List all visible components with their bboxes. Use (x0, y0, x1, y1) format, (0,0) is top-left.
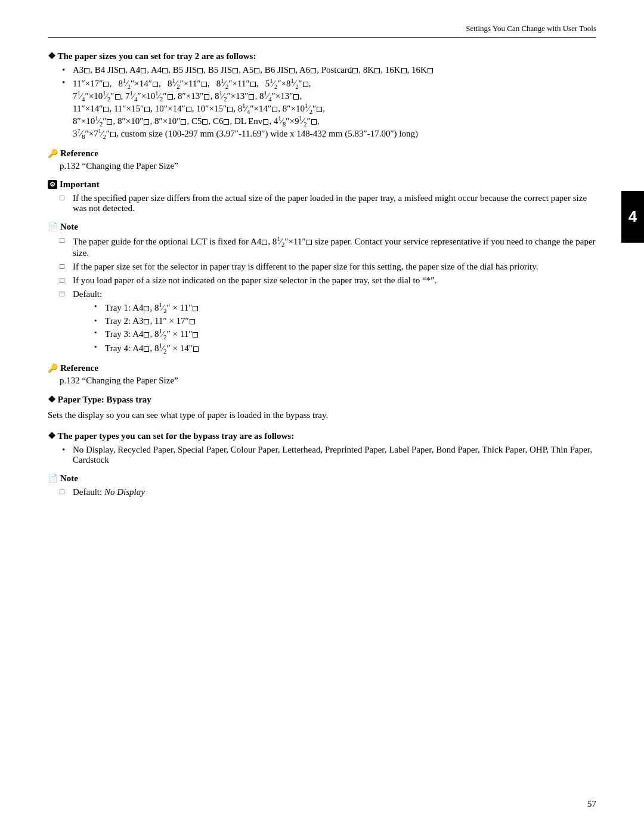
tray-symbol (144, 332, 149, 337)
tray-symbol (144, 119, 149, 125)
important-icon: ⚙ (48, 180, 57, 189)
bypass-types-title: The paper types you can set for the bypa… (48, 431, 596, 441)
tray-symbol (262, 240, 267, 245)
important-list: If the specified paper size differs from… (48, 193, 596, 213)
note2-item: Default: No Display (60, 487, 596, 497)
page-container: Settings You Can Change with User Tools … (0, 0, 644, 833)
note2-label: Note (60, 473, 78, 484)
tray-symbol (144, 107, 150, 112)
note-item-4: Default: Tray 1: A4, 81⁄2″ × 11″ Tray 2:… (60, 289, 596, 355)
tray4-default: Tray 4: A4, 81⁄2″ × 14″ (94, 342, 596, 355)
bypass-body: Sets the display so you can see what typ… (48, 408, 596, 422)
tray2-size-item-2: 11″×17″, 81⁄2″×14″, 81⁄2″×11″, 81⁄2″×11″… (62, 78, 596, 140)
tray-symbol (162, 68, 168, 73)
note2-section: 📄 Note Default: No Display (48, 473, 596, 497)
tray-symbol (141, 68, 146, 73)
tray-symbol (202, 119, 208, 125)
tray-symbol (249, 94, 254, 100)
tray-symbol (197, 68, 203, 73)
tray-symbol (224, 119, 229, 125)
tray-symbol (103, 107, 109, 112)
reference2-heading: 🔑 Reference (48, 363, 596, 373)
tray-symbol (428, 68, 433, 73)
page-number: 57 (587, 799, 596, 809)
reference2-label: Reference (60, 363, 98, 373)
important-label: Important (60, 179, 100, 190)
important-text: If the specified paper size differs from… (73, 193, 587, 213)
note-item-3: If you load paper of a size not indicate… (60, 275, 596, 286)
note2-heading: 📄 Note (48, 473, 596, 484)
tray-symbol (193, 346, 199, 352)
note-item-1: The paper guide for the optional LCT is … (60, 236, 596, 258)
tray-symbol (103, 82, 109, 87)
tray-symbol (303, 82, 308, 87)
tray-symbol (107, 119, 112, 125)
tray-symbol (144, 306, 149, 311)
tray-symbol (254, 68, 259, 73)
tray-symbol (306, 240, 312, 245)
tray2-size-item-1: A3, B4 JIS, A4, A4, B5 JIS, B5 JIS, A5, … (62, 65, 596, 75)
tray-symbol (202, 82, 207, 87)
note-section: 📄 Note The paper guide for the optional … (48, 222, 596, 355)
tray-symbol (317, 107, 322, 112)
tray-symbol (272, 107, 277, 112)
tray-symbol (401, 68, 407, 73)
note-item-2: If the paper size set for the selector i… (60, 262, 596, 272)
tab-marker: 4 (621, 191, 644, 243)
reference1-label: Reference (60, 148, 98, 159)
tray1-default: Tray 1: A4, 81⁄2″ × 11″ (94, 302, 596, 314)
tray2-size-list: A3, B4 JIS, A4, A4, B5 JIS, B5 JIS, A5, … (48, 65, 596, 140)
tray-symbol (263, 119, 268, 125)
important-item: If the specified paper size differs from… (60, 193, 596, 213)
note-icon: 📄 (48, 222, 58, 232)
tray-symbol (153, 82, 158, 87)
tray-symbol (168, 94, 173, 100)
tray-symbol (115, 94, 120, 100)
tray3-default: Tray 3: A4, 81⁄2″ × 11″ (94, 328, 596, 340)
important-heading: ⚙ Important (48, 179, 596, 190)
key-icon: 🔑 (48, 148, 58, 159)
note-heading: 📄 Note (48, 222, 596, 232)
tray-symbol (144, 346, 149, 352)
tray-symbol (193, 306, 198, 311)
bypass-types-section: The paper types you can set for the bypa… (48, 431, 596, 465)
tray-symbol (293, 94, 299, 100)
reference1-section: 🔑 Reference p.132 “Changing the Paper Si… (48, 148, 596, 171)
tray-symbol (227, 107, 233, 112)
reference1-heading: 🔑 Reference (48, 148, 596, 159)
bypass-types-item: No Display, Recycled Paper, Special Pape… (62, 445, 596, 465)
note-list: The paper guide for the optional LCT is … (48, 236, 596, 355)
tray-symbol (311, 119, 317, 125)
tray2-default: Tray 2: A3, 11″ × 17″ (94, 316, 596, 326)
default-no-display: No Display (104, 487, 145, 497)
note-icon-2: 📄 (48, 473, 58, 484)
bypass-types-list: No Display, Recycled Paper, Special Pape… (48, 445, 596, 465)
default-tray-list: Tray 1: A4, 81⁄2″ × 11″ Tray 2: A3, 11″ … (73, 302, 596, 355)
page-header: Settings You Can Change with User Tools (48, 24, 596, 38)
tray-symbol (250, 82, 256, 87)
tray-symbol (352, 68, 358, 73)
tray-symbol (186, 107, 191, 112)
tray-symbol (289, 68, 295, 73)
tray-symbol (181, 119, 186, 125)
tray-symbol (193, 332, 198, 337)
bypass-types-text: No Display, Recycled Paper, Special Pape… (73, 445, 592, 465)
tray-symbol (119, 68, 125, 73)
reference2-link: p.132 “Changing the Paper Size” (48, 376, 596, 386)
tray-symbol (84, 68, 89, 73)
note2-list: Default: No Display (48, 487, 596, 497)
bypass-title: Paper Type: Bypass tray (48, 394, 596, 405)
tray-symbol (233, 68, 238, 73)
note-label: Note (60, 222, 78, 232)
key-icon-2: 🔑 (48, 363, 58, 373)
tray-symbol (374, 68, 380, 73)
tray-symbol (110, 132, 116, 137)
tray-symbol (311, 68, 316, 73)
tray2-title: The paper sizes you can set for tray 2 a… (48, 51, 596, 61)
bypass-section: Paper Type: Bypass tray Sets the display… (48, 394, 596, 422)
important-section: ⚙ Important If the specified paper size … (48, 179, 596, 213)
header-text: Settings You Can Change with User Tools (466, 24, 596, 33)
reference2-section: 🔑 Reference p.132 “Changing the Paper Si… (48, 363, 596, 386)
tray-symbol (144, 319, 149, 324)
tray2-section: The paper sizes you can set for tray 2 a… (48, 51, 596, 140)
